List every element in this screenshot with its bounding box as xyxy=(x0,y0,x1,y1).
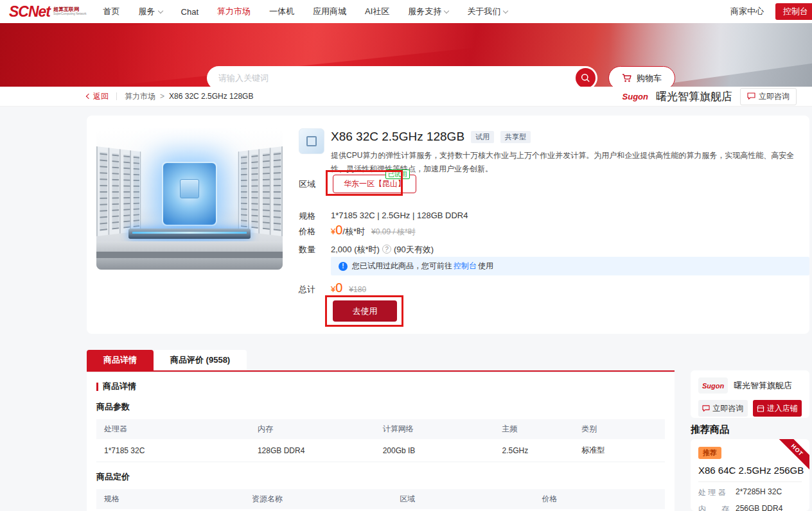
console-link[interactable]: 控制台 xyxy=(454,261,477,270)
trial-notice: 您已试用过此商品，您可前往控制台使用 xyxy=(331,257,809,275)
store-name: 曙光智算旗舰店 xyxy=(656,89,732,104)
params-header-row: 处理器 内存 计算网络 主频 类别 xyxy=(96,419,665,439)
server-rack-graphic xyxy=(96,146,141,236)
price-value: ¥0/核*时¥0.09 / 核*时 xyxy=(331,223,416,238)
search-button[interactable] xyxy=(576,68,596,87)
scnet-logo[interactable]: SCNet 超算互联网 SuperComputing Network xyxy=(9,3,87,21)
nav-item-home[interactable]: 首页 xyxy=(103,6,120,17)
search-bar xyxy=(207,66,597,87)
total-value: ¥0¥180 xyxy=(331,281,366,294)
params-data-row: 1*7185 32C 128GB DDR4 200Gb IB 2.5GHz 标准… xyxy=(96,439,665,462)
page: SCNet 超算互联网 SuperComputing Network 首页 服务… xyxy=(0,0,812,511)
merchant-center-link[interactable]: 商家中心 xyxy=(730,6,764,17)
search-icon xyxy=(581,73,590,83)
pricing-table: 规格 资源名称 区域 价格 1*7185 32C | 2.5GHz | 128G… xyxy=(96,489,665,511)
price-label: 价格 xyxy=(299,226,315,238)
nav-item-services[interactable]: 服务 xyxy=(139,6,163,17)
store-name: 曙光智算旗舰店 xyxy=(734,380,792,392)
red-bar xyxy=(96,383,98,391)
tab-product-reviews[interactable]: 商品评价 (9558) xyxy=(154,350,247,370)
logo-wordmark: SCNet xyxy=(9,3,50,21)
back-link[interactable]: 返回 xyxy=(87,91,109,102)
pricing-header-row: 规格 资源名称 区域 价格 xyxy=(96,489,665,509)
tried-badge: 已试用 xyxy=(385,169,410,179)
nav-item-allinone[interactable]: 一体机 xyxy=(269,6,294,17)
product-detail-panel: 商品详情 商品参数 处理器 内存 计算网络 主频 类别 1*7185 32C 1… xyxy=(87,373,675,511)
consult-button[interactable]: 立即咨询 xyxy=(740,88,797,105)
total-label: 总计 xyxy=(299,284,315,295)
spec-label: 规格 xyxy=(299,211,315,222)
sugon-logo: Sugon xyxy=(622,92,648,101)
tag-shared: 共享型 xyxy=(500,131,531,143)
chevron-down-icon xyxy=(503,8,508,13)
original-price: ¥0.09 / 核*时 xyxy=(371,227,416,236)
breadcrumb-section[interactable]: 算力市场 xyxy=(125,91,155,102)
nav-item-support[interactable]: 服务支持 xyxy=(408,6,448,17)
breadcrumb-separator: > xyxy=(160,92,164,101)
chevron-left-icon xyxy=(86,94,91,99)
product-title: X86 32C 2.5GHz 128GB xyxy=(331,130,464,144)
help-icon[interactable] xyxy=(382,245,391,254)
pricing-title: 商品定价 xyxy=(96,471,675,483)
divider xyxy=(698,481,802,482)
original-total: ¥180 xyxy=(349,285,366,294)
cart-button[interactable]: 购物车 xyxy=(608,66,675,87)
console-button[interactable]: 控制台 xyxy=(775,3,812,20)
nav-item-ai-community[interactable]: AI社区 xyxy=(365,6,389,17)
recommend-badge: 推荐 xyxy=(698,447,721,459)
breadcrumb-bar: 返回 算力市场 > X86 32C 2.5GHz 128GB Sugon 曙光智… xyxy=(0,87,812,107)
tab-product-detail[interactable]: 商品详情 xyxy=(87,350,154,370)
platform-graphic xyxy=(128,229,251,239)
quantity-value: 2,000 (核*时)(90天有效) xyxy=(331,244,434,256)
section-header: 商品详情 xyxy=(96,381,675,392)
chat-icon xyxy=(702,405,710,412)
nav-item-appstore[interactable]: 应用商城 xyxy=(313,6,346,17)
section-title: 商品详情 xyxy=(103,381,136,392)
product-title-row: X86 32C 2.5GHz 128GB 试用 共享型 xyxy=(331,130,531,144)
store-card: Sugon 曙光智算旗舰店 立即咨询 进入店铺 xyxy=(691,370,809,418)
nav-item-about[interactable]: 关于我们 xyxy=(467,6,508,17)
spec-value: 1*7185 32C | 2.5GHz | 128GB DDR4 xyxy=(331,211,468,220)
hot-ribbon: HOT xyxy=(776,439,809,472)
store-card-header: Sugon 曙光智算旗舰店 xyxy=(698,377,802,394)
region-label: 区域 xyxy=(299,178,315,190)
top-nav: SCNet 超算互联网 SuperComputing Network 首页 服务… xyxy=(0,0,812,23)
rec-spec-row: 处 理 器 2*7285H 32C xyxy=(698,487,802,498)
cpu-chip-graphic xyxy=(162,162,217,226)
recommended-product-card[interactable]: 推荐 HOT X86 64C 2.5GHz 256GB 处 理 器 2*7285… xyxy=(691,439,809,511)
logo-subtext: 超算互联网 SuperComputing Network xyxy=(53,7,87,16)
use-button[interactable]: 去使用 xyxy=(333,300,397,322)
divider xyxy=(116,92,117,100)
nav-right: 商家中心 控制台 xyxy=(730,0,812,23)
detail-tabs: 商品详情 商品评价 (9558) xyxy=(87,350,675,372)
nav-item-chat[interactable]: Chat xyxy=(181,7,199,17)
base-graphic xyxy=(96,241,283,270)
cart-icon xyxy=(622,73,632,83)
chat-icon xyxy=(747,92,755,100)
nav-items: 首页 服务 Chat 算力市场 一体机 应用商城 AI社区 服务支持 关于我们 xyxy=(103,6,508,17)
rec-spec-row: 内 存 256GB DDR4 xyxy=(698,504,802,511)
consult-button[interactable]: 立即咨询 xyxy=(698,400,748,417)
notice-text: 您已试用过此商品，您可前往控制台使用 xyxy=(352,261,493,272)
chevron-down-icon xyxy=(157,8,163,13)
sugon-logo: Sugon xyxy=(698,377,728,394)
params-table: 处理器 内存 计算网络 主频 类别 1*7185 32C 128GB DDR4 … xyxy=(96,419,665,462)
cart-label: 购物车 xyxy=(637,73,662,84)
shop-icon xyxy=(757,405,764,412)
tag-trial: 试用 xyxy=(471,131,494,143)
hero-banner: 购物车 xyxy=(0,23,812,87)
product-thumbnail xyxy=(299,128,324,154)
enter-store-button[interactable]: 进入店铺 xyxy=(753,400,802,417)
chevron-down-icon xyxy=(444,8,449,13)
search-input[interactable] xyxy=(207,73,576,83)
product-image xyxy=(96,128,283,270)
info-icon xyxy=(339,262,348,271)
nav-item-market[interactable]: 算力市场 xyxy=(217,6,251,17)
breadcrumb-current: X86 32C 2.5GHz 128GB xyxy=(169,92,253,101)
server-rack-graphic xyxy=(238,146,283,236)
recommend-heading: 推荐商品 xyxy=(691,424,729,436)
quantity-label: 数量 xyxy=(299,244,315,256)
store-card-actions: 立即咨询 进入店铺 xyxy=(698,400,802,417)
product-card: X86 32C 2.5GHz 128GB 试用 共享型 提供CPU算力的弹性计算… xyxy=(87,116,809,334)
store-header: Sugon 曙光智算旗舰店 立即咨询 xyxy=(622,88,797,105)
